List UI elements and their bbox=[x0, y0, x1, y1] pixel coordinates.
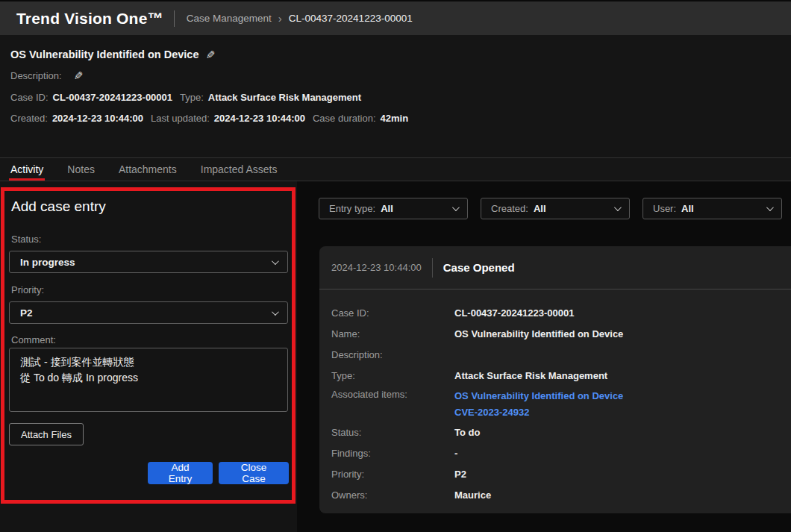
created-filter-label: Created: bbox=[491, 203, 528, 214]
attach-files-button[interactable]: Attach Files bbox=[9, 423, 84, 445]
add-case-entry-panel: Add case entry Status: In progress Prior… bbox=[0, 181, 297, 532]
entry-card-header: 2024-12-23 10:44:00 Case Opened bbox=[319, 246, 791, 290]
entry-type-filter-label: Entry type: bbox=[329, 203, 375, 214]
field-label: Name: bbox=[331, 328, 454, 339]
field-label: Owners: bbox=[331, 489, 454, 501]
associated-item-link-cve[interactable]: CVE-2023-24932 bbox=[454, 405, 623, 420]
entry-field-list: Case ID: CL-00437-20241223-00001 Name: O… bbox=[331, 302, 791, 505]
field-value: To do bbox=[454, 427, 480, 438]
field-value: CL-00437-20241223-00001 bbox=[454, 307, 574, 319]
tab-bar: Activity Notes Attachments Impacted Asse… bbox=[0, 157, 791, 181]
entry-type-filter-dropdown[interactable]: Entry type: All bbox=[319, 198, 468, 219]
description-label: Description: bbox=[10, 70, 62, 81]
field-label: Findings: bbox=[331, 448, 454, 459]
add-entry-button[interactable]: Add Entry bbox=[148, 462, 213, 484]
priority-label: Priority: bbox=[11, 284, 44, 295]
add-case-entry-title: Add case entry bbox=[11, 198, 106, 215]
entry-type-filter-value: All bbox=[381, 203, 393, 214]
case-meta-row-1: Case ID: CL-00437-20241223-00001 Type: A… bbox=[10, 92, 361, 103]
breadcrumb-case-management[interactable]: Case Management bbox=[187, 13, 272, 24]
field-label: Priority: bbox=[331, 469, 454, 480]
case-duration-label: Case duration: bbox=[313, 113, 376, 124]
topbar-divider bbox=[174, 10, 175, 27]
field-row-status: Status: To do bbox=[331, 422, 791, 442]
field-label: Case ID: bbox=[331, 307, 454, 319]
status-label: Status: bbox=[11, 234, 41, 245]
field-label: Type: bbox=[331, 370, 454, 381]
case-duration-value: 42min bbox=[381, 113, 409, 124]
breadcrumb-current-case: CL-00437-20241223-00001 bbox=[289, 13, 413, 24]
chevron-down-icon bbox=[272, 257, 279, 265]
close-case-button[interactable]: Close Case bbox=[219, 462, 289, 484]
priority-dropdown-value: P2 bbox=[20, 307, 33, 319]
tab-notes[interactable]: Notes bbox=[67, 158, 95, 181]
associated-item-link-vulnerability[interactable]: OS Vulnerability Identified on Device bbox=[454, 389, 623, 404]
chevron-down-icon bbox=[452, 204, 460, 211]
last-updated-label: Last updated: bbox=[151, 113, 210, 124]
case-id-label: Case ID: bbox=[10, 92, 49, 103]
tab-attachments[interactable]: Attachments bbox=[119, 158, 177, 181]
field-label: Status: bbox=[331, 427, 454, 438]
field-value: - bbox=[454, 448, 457, 459]
entry-timestamp: 2024-12-23 10:44:00 bbox=[331, 262, 422, 273]
user-filter-dropdown[interactable]: User: All bbox=[643, 198, 782, 219]
field-row-priority: Priority: P2 bbox=[331, 463, 791, 484]
user-filter-value: All bbox=[681, 203, 694, 214]
edit-description-pencil-icon[interactable]: ✎ bbox=[74, 70, 84, 81]
field-value: P2 bbox=[454, 469, 466, 480]
type-value: Attack Surface Risk Management bbox=[208, 92, 361, 103]
case-header: OS Vulnerability Identified on Device ✎ … bbox=[0, 35, 791, 157]
field-row-case-id: Case ID: CL-00437-20241223-00001 bbox=[331, 302, 791, 323]
annotation-rectangle bbox=[1, 187, 296, 504]
field-row-description: Description: bbox=[331, 344, 791, 365]
field-row-findings: Findings: - bbox=[331, 442, 791, 463]
status-dropdown-value: In progress bbox=[20, 257, 75, 268]
case-opened-entry-card: 2024-12-23 10:44:00 Case Opened Case ID:… bbox=[319, 246, 791, 513]
app-logo: Trend Vision One™ bbox=[16, 10, 163, 28]
field-row-associated-items: Associated items: OS Vulnerability Ident… bbox=[331, 386, 791, 422]
case-title: OS Vulnerability Identified on Device bbox=[10, 48, 198, 60]
status-dropdown[interactable]: In progress bbox=[9, 251, 288, 273]
field-row-owners: Owners: Maurice bbox=[331, 484, 791, 505]
trend-vision-one-window: Trend Vision One™ Case Management › CL-0… bbox=[0, 0, 791, 532]
created-value: 2024-12-23 10:44:00 bbox=[52, 113, 143, 124]
user-filter-label: User: bbox=[653, 203, 676, 214]
chevron-down-icon bbox=[272, 308, 279, 316]
type-label: Type: bbox=[180, 92, 204, 103]
activity-tab-content: Add case entry Status: In progress Prior… bbox=[0, 181, 791, 532]
field-label: Associated items: bbox=[331, 389, 454, 400]
header-vertical-divider bbox=[432, 258, 433, 278]
tab-impacted-assets[interactable]: Impacted Assets bbox=[201, 158, 278, 181]
created-filter-value: All bbox=[534, 203, 546, 214]
case-meta-row-2: Created: 2024-12-23 10:44:00 Last update… bbox=[10, 113, 408, 124]
top-bar: Trend Vision One™ Case Management › CL-0… bbox=[0, 0, 791, 35]
field-row-name: Name: OS Vulnerability Identified on Dev… bbox=[331, 323, 791, 344]
chevron-down-icon bbox=[766, 204, 774, 211]
comment-textarea[interactable]: 測試 - 接到案件並轉狀態 從 To do 轉成 In progress bbox=[9, 348, 288, 412]
edit-title-pencil-icon[interactable]: ✎ bbox=[206, 49, 216, 60]
field-value: Maurice bbox=[454, 489, 491, 501]
comment-label: Comment: bbox=[11, 334, 56, 345]
field-value: Attack Surface Risk Management bbox=[454, 370, 607, 381]
entry-title: Case Opened bbox=[443, 261, 515, 274]
created-label: Created: bbox=[10, 113, 48, 124]
tab-activity[interactable]: Activity bbox=[10, 158, 43, 181]
last-updated-value: 2024-12-23 10:44:00 bbox=[214, 113, 305, 124]
created-filter-dropdown[interactable]: Created: All bbox=[481, 198, 630, 219]
chevron-down-icon bbox=[614, 204, 622, 211]
breadcrumb-separator-icon: › bbox=[278, 12, 282, 25]
field-row-type: Type: Attack Surface Risk Management bbox=[331, 365, 791, 386]
case-id-value: CL-00437-20241223-00001 bbox=[53, 92, 172, 103]
priority-dropdown[interactable]: P2 bbox=[9, 301, 288, 324]
field-value: OS Vulnerability Identified on Device bbox=[454, 328, 623, 339]
field-label: Description: bbox=[331, 349, 454, 360]
